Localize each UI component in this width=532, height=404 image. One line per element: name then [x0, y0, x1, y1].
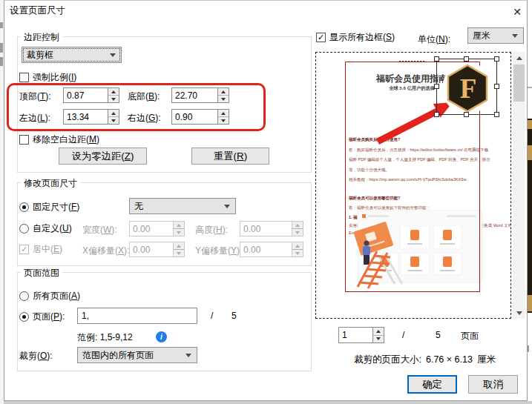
set-zero-margins-button[interactable]: 设为零边距(Z) [59, 148, 147, 165]
page-size-dialog: 设置页面尺寸 ✕ 边距控制 裁剪框 强制比例(I) 顶部(T): 0.87 底部… [4, 0, 528, 401]
y-offset-input: 0.00 [240, 242, 292, 257]
checkbox-box [19, 73, 29, 82]
bottom-margin-label: 底部(B): [128, 90, 160, 103]
page-range-title: 页面范围 [21, 267, 62, 279]
top-margin-input[interactable]: 0.87 [63, 87, 108, 103]
units-value: 厘米 [473, 30, 490, 42]
pager-total: 5 [436, 330, 441, 340]
reset-button[interactable]: 重置(R) [191, 148, 269, 165]
right-margin-label: 右边(G): [128, 112, 161, 125]
box-type-select[interactable]: 裁剪框 [22, 47, 122, 63]
left-margin-spinner[interactable] [108, 109, 119, 125]
x-offset-field: 0.00 [129, 242, 185, 257]
crop-size-unit: 厘米 [477, 354, 496, 365]
resize-handle[interactable] [434, 56, 439, 62]
page-number-spinner[interactable] [373, 327, 384, 343]
pages-separator: / [211, 311, 213, 321]
checkbox-box: ✓ [316, 33, 326, 42]
chevron-down-icon [185, 354, 191, 357]
fixed-size-radio[interactable]: 固定尺寸(F) [19, 201, 79, 213]
ok-button[interactable]: 确定 [407, 375, 457, 394]
radio-dot [19, 312, 29, 322]
resize-group-title: 修改页面尺寸 [21, 177, 80, 190]
resize-handle[interactable] [494, 56, 499, 62]
page-number-input[interactable]: 1 [338, 327, 373, 343]
bottom-margin-input[interactable]: 22.70 [171, 87, 218, 103]
pages-radio[interactable]: 页面(P): [19, 311, 65, 323]
dialog-title: 设置页面尺寸 [10, 4, 65, 17]
constrain-proportions-checkbox[interactable]: 强制比例(I) [19, 71, 76, 84]
left-margin-field: 13.34 [63, 109, 119, 125]
left-margin-label: 左边(L): [19, 112, 50, 125]
cancel-button[interactable]: 取消 [468, 375, 518, 394]
right-margin-spinner[interactable] [218, 109, 229, 125]
crop-select-label: 裁剪(O): [19, 350, 53, 362]
crop-scope-select[interactable]: 范围内的所有页面 [77, 347, 197, 363]
left-margin-input[interactable]: 13.34 [63, 109, 108, 125]
selection-rectangle[interactable] [436, 59, 497, 115]
radio-dot [19, 202, 29, 212]
y-offset-field: 0.00 [240, 242, 303, 257]
scroll-down-icon[interactable] [513, 307, 525, 319]
height-input: 0.00 [240, 221, 292, 236]
fixed-size-value: 无 [134, 200, 143, 213]
fixed-size-label: 固定尺寸(F) [33, 201, 79, 213]
top-margin-label: 顶部(T): [19, 90, 51, 103]
all-pages-label: 所有页面(A) [33, 290, 80, 302]
units-select[interactable]: 厘米 [467, 27, 524, 44]
fixed-size-select[interactable]: 无 [129, 198, 236, 214]
crop-size-value: 6.76 × 6.13 [426, 354, 473, 365]
x-offset-label: X偏移量(X): [82, 245, 129, 257]
right-margin-input[interactable]: 0.90 [171, 109, 218, 125]
margin-group-title: 边距控制 [21, 31, 62, 44]
page-preview[interactable]: 福昕会员使用指南 全球 5.6 亿用户的选择 福昕会员购买后能如何使用? 答：购… [315, 52, 511, 319]
chevron-down-icon [110, 53, 116, 57]
background-app-strip-right [527, 0, 532, 401]
scroll-up-icon[interactable] [513, 52, 525, 64]
pages-input[interactable]: 1, [77, 308, 197, 324]
pages-example-text: 范例: 1,5-9,12 [77, 331, 133, 344]
bottom-margin-field: 22.70 [171, 87, 229, 103]
top-margin-spinner[interactable] [108, 87, 119, 103]
show-all-boxes-label: 显示所有边框(S) [329, 31, 395, 44]
resize-handle[interactable] [434, 112, 439, 117]
pages-radio-label: 页面(P): [33, 311, 65, 323]
x-offset-spinner [174, 242, 185, 257]
remove-white-margins-label: 移除空白边距(M) [33, 133, 99, 146]
page-number-field: 1 [338, 327, 384, 343]
constrain-proportions-label: 强制比例(I) [33, 71, 76, 84]
resize-handle[interactable] [464, 112, 469, 117]
resize-handle[interactable] [434, 84, 439, 89]
width-label: 宽度(W): [82, 224, 117, 236]
resize-handle[interactable] [494, 84, 499, 89]
width-input: 0.00 [129, 221, 174, 236]
remove-white-margins-checkbox[interactable]: 移除空白边距(M) [19, 133, 99, 146]
crop-size-label: 裁剪的页面大小: [354, 354, 421, 365]
close-icon[interactable]: ✕ [509, 4, 525, 19]
height-field: 0.00 [240, 221, 303, 236]
top-margin-field: 0.87 [63, 87, 119, 103]
radio-dot [19, 224, 29, 234]
pager-label: 页面 [461, 330, 479, 342]
radio-dot [19, 291, 29, 301]
box-type-value: 裁剪框 [27, 49, 53, 62]
checkbox-box [19, 135, 29, 145]
chevron-down-icon [224, 205, 230, 208]
scrollbar-thumb[interactable] [513, 64, 525, 102]
resize-handle[interactable] [494, 112, 499, 117]
checkbox-box: ✓ [19, 245, 29, 254]
bottom-margin-spinner[interactable] [218, 87, 229, 103]
custom-size-radio[interactable]: 自定义(U) [19, 222, 72, 235]
x-offset-input: 0.00 [129, 242, 174, 257]
all-pages-radio[interactable]: 所有页面(A) [19, 290, 80, 302]
preview-scrollbar[interactable] [513, 52, 525, 319]
pager-separator: / [402, 330, 404, 340]
chevron-down-icon [512, 34, 518, 38]
show-all-boxes-checkbox[interactable]: ✓ 显示所有边框(S) [316, 31, 395, 44]
width-field: 0.00 [129, 221, 185, 236]
info-icon[interactable]: i [156, 331, 167, 342]
units-label: 单位(N): [418, 33, 450, 46]
center-checkbox: ✓ 居中(E) [19, 243, 62, 256]
y-offset-spinner [292, 242, 303, 257]
resize-handle[interactable] [464, 56, 469, 62]
